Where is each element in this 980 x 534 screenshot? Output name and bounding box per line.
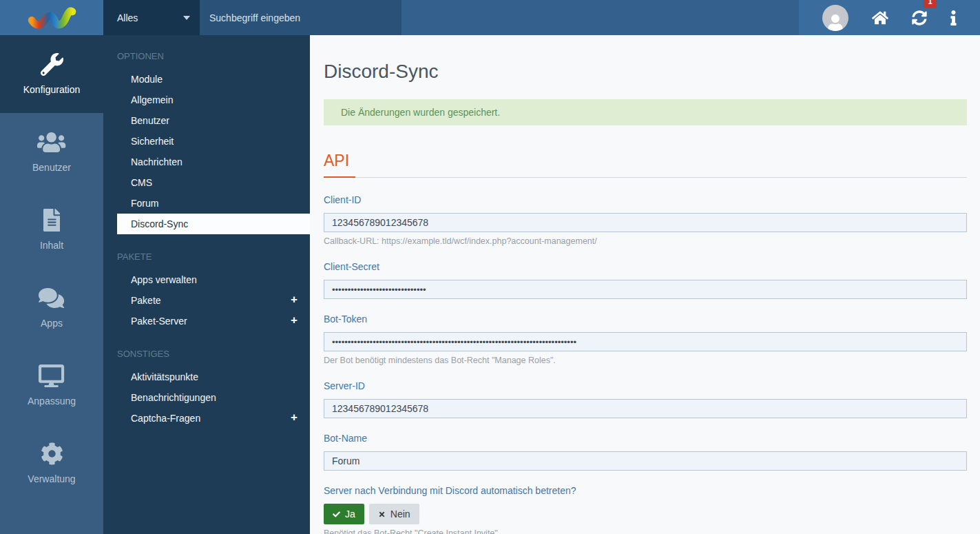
info-icon — [950, 10, 957, 25]
comments-icon — [39, 287, 64, 309]
times-icon — [378, 511, 386, 518]
submenu-item-benutzer[interactable]: Benutzer — [103, 110, 310, 131]
submenu-item-discord-sync[interactable]: Discord-Sync — [117, 214, 310, 234]
bot-token-input[interactable] — [324, 332, 967, 351]
submenu-item-benachrichtigungen[interactable]: Benachrichtigungen — [103, 387, 310, 408]
check-icon — [333, 511, 340, 518]
sidebar-item-label: Verwaltung — [28, 473, 75, 484]
config-submenu: OPTIONEN Module Allgemein Benutzer Siche… — [103, 35, 310, 534]
wrench-icon — [41, 53, 63, 76]
sidebar-item-apps[interactable]: Apps — [0, 269, 103, 347]
sidebar-item-benutzer[interactable]: Benutzer — [0, 113, 103, 191]
submenu-item-captcha-fragen[interactable]: Captcha-Fragen+ — [103, 408, 310, 429]
form-row-bot-token: Bot-Token Der Bot benötigt mindestens da… — [324, 313, 967, 366]
no-button-label: Nein — [390, 509, 410, 520]
file-icon — [43, 209, 61, 232]
submenu-section-sonstiges: SONSTIGES Aktivitätspunkte Benachrichtig… — [103, 348, 310, 429]
sidebar-item-inhalt[interactable]: Inhalt — [0, 191, 103, 269]
submenu-item-module[interactable]: Module — [103, 69, 310, 90]
sidebar-item-label: Apps — [41, 318, 63, 329]
client-id-label: Client-ID — [324, 194, 967, 207]
client-id-hint: Callback-URL: https://example.tld/wcf/in… — [324, 236, 967, 247]
caret-down-icon — [183, 16, 190, 20]
sync-icon — [912, 10, 927, 25]
plus-icon[interactable]: + — [291, 314, 298, 327]
bot-name-input[interactable] — [324, 451, 967, 471]
sidebar-item-label: Benutzer — [32, 162, 71, 173]
form-row-client-id: Client-ID Callback-URL: https://example.… — [324, 194, 967, 247]
submenu-item-forum[interactable]: Forum — [103, 193, 310, 214]
auto-join-toggle: Ja Nein — [324, 504, 967, 524]
submenu-section-title: PAKETE — [103, 251, 310, 263]
success-message-text: Die Änderungen wurden gespeichert. — [341, 107, 500, 118]
user-avatar — [822, 5, 848, 31]
home-button[interactable] — [872, 10, 888, 25]
auto-join-hint: Benötigt das Bot-Recht "Create Instant I… — [324, 528, 967, 534]
client-secret-label: Client-Secret — [324, 260, 967, 274]
gear-icon — [41, 442, 63, 465]
submenu-item-pakete[interactable]: Pakete+ — [103, 290, 310, 311]
main-sidebar: Konfiguration Benutzer Inhalt Apps Anpas… — [0, 35, 103, 534]
section-header-api: API — [324, 150, 967, 178]
search-box — [200, 0, 402, 35]
form-row-bot-name: Bot-Name — [324, 432, 967, 471]
search-scope-dropdown[interactable]: Alles — [103, 0, 200, 35]
page-title: Discord-Sync — [324, 59, 967, 85]
users-icon — [37, 131, 65, 154]
sidebar-item-anpassung[interactable]: Anpassung — [0, 347, 103, 424]
sidebar-item-verwaltung[interactable]: Verwaltung — [0, 424, 103, 502]
section-title: API — [324, 150, 967, 171]
search-input[interactable] — [200, 0, 402, 35]
server-id-label: Server-ID — [324, 380, 967, 393]
submenu-item-apps-verwalten[interactable]: Apps verwalten — [103, 269, 310, 290]
user-icon — [828, 14, 843, 31]
woltlab-logo[interactable] — [0, 0, 103, 35]
sidebar-item-label: Inhalt — [40, 240, 63, 251]
submenu-item-nachrichten[interactable]: Nachrichten — [103, 152, 310, 172]
plus-icon[interactable]: + — [291, 293, 298, 306]
form-row-server-id: Server-ID — [324, 380, 967, 418]
sidebar-item-label: Anpassung — [28, 396, 76, 407]
main-content: Discord-Sync Die Änderungen wurden gespe… — [310, 35, 980, 534]
form-row-auto-join: Server nach Verbindung mit Discord autom… — [324, 484, 967, 534]
bot-token-hint: Der Bot benötigt mindestens das Bot-Rech… — [324, 356, 967, 366]
bot-token-label: Bot-Token — [324, 313, 967, 326]
submenu-item-aktivitaetspunkte[interactable]: Aktivitätspunkte — [103, 367, 310, 387]
top-bar: Alles 1 — [0, 0, 980, 35]
submenu-section-pakete: PAKETE Apps verwalten Pakete+ Paket-Serv… — [103, 251, 310, 331]
submenu-item-allgemein[interactable]: Allgemein — [103, 90, 310, 110]
desktop-icon — [39, 364, 64, 387]
submenu-item-label: Paket-Server — [131, 316, 187, 327]
sidebar-item-konfiguration[interactable]: Konfiguration — [0, 35, 103, 113]
submenu-item-paket-server[interactable]: Paket-Server+ — [103, 311, 310, 331]
submenu-item-label: Captcha-Fragen — [131, 413, 200, 424]
success-message: Die Änderungen wurden gespeichert. — [324, 99, 967, 125]
sidebar-item-label: Konfiguration — [23, 84, 81, 95]
info-button[interactable] — [950, 10, 957, 25]
client-secret-input[interactable] — [324, 280, 967, 299]
submenu-item-cms[interactable]: CMS — [103, 172, 310, 193]
client-id-input[interactable] — [324, 213, 967, 232]
woltlab-logo-icon — [24, 2, 79, 34]
search-scope-value: Alles — [117, 12, 138, 23]
submenu-section-title: SONSTIGES — [103, 348, 310, 360]
user-menu-button[interactable] — [822, 5, 848, 31]
topbar-spacer — [402, 0, 799, 35]
submenu-item-sicherheit[interactable]: Sicherheit — [103, 131, 310, 152]
home-icon — [872, 10, 888, 25]
auto-join-label: Server nach Verbindung mit Discord autom… — [324, 484, 967, 497]
yes-button-label: Ja — [345, 509, 355, 520]
submenu-section-optionen: OPTIONEN Module Allgemein Benutzer Siche… — [103, 50, 310, 234]
plus-icon[interactable]: + — [291, 411, 298, 424]
user-panel: 1 — [799, 0, 980, 35]
submenu-section-title: OPTIONEN — [103, 50, 310, 63]
yes-button[interactable]: Ja — [324, 504, 364, 524]
no-button[interactable]: Nein — [369, 504, 419, 524]
server-id-input[interactable] — [324, 399, 967, 418]
submenu-item-label: Pakete — [131, 295, 161, 306]
bot-name-label: Bot-Name — [324, 432, 967, 445]
notification-badge: 1 — [924, 0, 937, 8]
form-row-client-secret: Client-Secret — [324, 260, 967, 299]
rebuild-data-button[interactable]: 1 — [912, 10, 927, 25]
section-accent-bar — [324, 176, 355, 178]
